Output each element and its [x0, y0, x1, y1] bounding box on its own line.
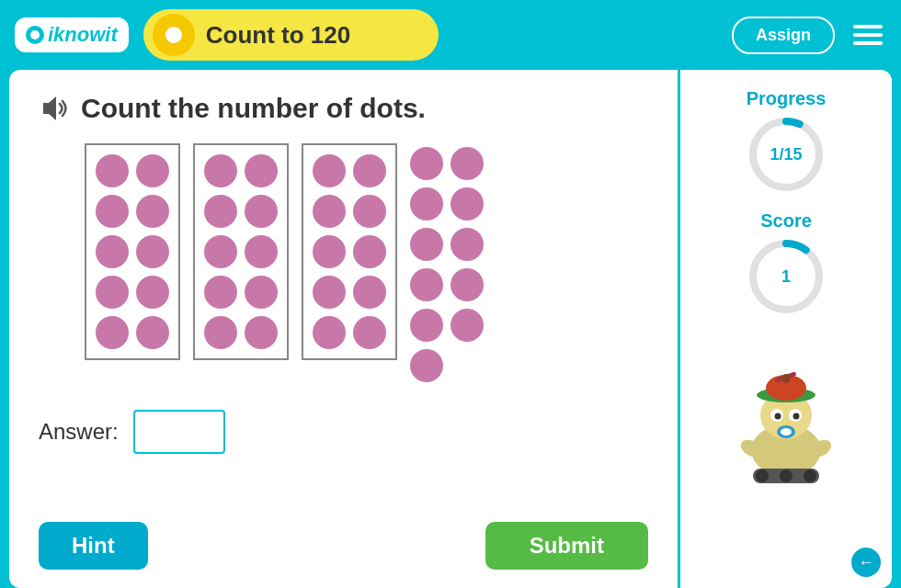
loose-dots-row-2 — [410, 187, 484, 220]
main-content: Count the number of dots. — [9, 70, 892, 588]
dot — [353, 316, 386, 349]
progress-label: Progress — [747, 88, 827, 109]
assign-button[interactable]: Assign — [732, 17, 835, 54]
dot — [410, 349, 443, 382]
hint-button[interactable]: Hint — [39, 522, 148, 570]
dot — [450, 228, 484, 261]
dot — [353, 276, 386, 309]
dot — [245, 235, 278, 268]
dot — [245, 154, 278, 187]
score-section: Score 1 — [745, 210, 827, 318]
logo-icon — [26, 26, 44, 44]
dot — [450, 309, 484, 342]
right-panel: Progress 1/15 Score 1 — [680, 70, 892, 588]
svg-point-14 — [793, 413, 800, 420]
dot — [204, 276, 237, 309]
loose-dots-row-4 — [410, 268, 484, 301]
dot — [410, 147, 443, 180]
header: iknowit Count to 120 Assign — [0, 0, 901, 70]
dot — [450, 187, 484, 220]
dot — [96, 316, 129, 349]
dot — [245, 316, 278, 349]
dot — [204, 195, 237, 228]
dot — [450, 268, 484, 301]
dot — [96, 235, 129, 268]
dot — [353, 195, 386, 228]
bottom-buttons: Hint Submit — [39, 522, 648, 570]
dot — [204, 235, 237, 268]
dot — [96, 154, 129, 187]
menu-line-3 — [853, 41, 883, 45]
svg-point-16 — [781, 428, 792, 435]
logo: iknowit — [15, 17, 129, 52]
dot — [136, 154, 169, 187]
answer-input[interactable] — [133, 410, 225, 454]
svg-point-20 — [756, 469, 769, 482]
sound-icon[interactable] — [39, 92, 72, 125]
svg-point-10 — [781, 374, 791, 383]
menu-line-2 — [853, 33, 883, 37]
menu-button[interactable] — [850, 21, 886, 49]
dot — [96, 276, 129, 309]
score-label: Score — [760, 210, 812, 232]
dot — [136, 235, 169, 268]
dot — [136, 316, 169, 349]
dot — [353, 154, 386, 187]
svg-point-22 — [804, 469, 816, 482]
dot-grid-3 — [302, 143, 397, 360]
dot — [410, 187, 443, 220]
dot — [245, 276, 278, 309]
answer-row: Answer: — [39, 410, 648, 454]
dot — [353, 235, 386, 268]
loose-dots — [410, 143, 484, 382]
question-header: Count the number of dots. — [39, 92, 648, 125]
svg-marker-0 — [43, 96, 56, 120]
question-text: Count the number of dots. — [81, 93, 426, 124]
dot — [313, 235, 346, 268]
dot — [136, 195, 169, 228]
logo-text: iknowit — [48, 23, 118, 47]
dot — [313, 276, 346, 309]
progress-value: 1/15 — [770, 145, 802, 164]
title-circle — [153, 14, 195, 56]
dot-grid-2 — [193, 143, 289, 360]
dot — [313, 316, 346, 349]
submit-button[interactable]: Submit — [485, 522, 648, 570]
svg-point-13 — [775, 413, 781, 420]
lesson-title-pill: Count to 120 — [143, 9, 439, 61]
dot — [410, 268, 443, 301]
dot — [450, 147, 484, 180]
title-circle-inner — [165, 27, 182, 43]
progress-circle: 1/15 — [745, 113, 827, 196]
dots-area — [85, 143, 648, 382]
dot — [204, 154, 237, 187]
dot — [245, 195, 278, 228]
menu-line-1 — [853, 25, 883, 28]
dot — [313, 154, 346, 187]
back-button[interactable]: ← — [851, 548, 881, 577]
loose-dots-row-5 — [410, 309, 484, 342]
loose-dots-row-3 — [410, 228, 484, 261]
svg-point-21 — [780, 469, 793, 482]
character-illustration — [713, 340, 860, 487]
score-circle: 1 — [745, 235, 827, 318]
dot — [204, 316, 237, 349]
score-value: 1 — [781, 267, 791, 287]
dot — [410, 228, 443, 261]
answer-label: Answer: — [39, 419, 119, 445]
dot — [410, 309, 443, 342]
progress-section: Progress 1/15 — [745, 88, 827, 196]
dot — [96, 195, 129, 228]
dot-grid-1 — [85, 143, 180, 360]
lesson-title: Count to 120 — [206, 21, 350, 50]
left-panel: Count the number of dots. — [9, 70, 680, 588]
dot — [313, 195, 346, 228]
loose-dots-row-6 — [410, 349, 484, 382]
back-icon: ← — [858, 553, 874, 572]
loose-dots-row-1 — [410, 147, 484, 180]
dot — [136, 276, 169, 309]
